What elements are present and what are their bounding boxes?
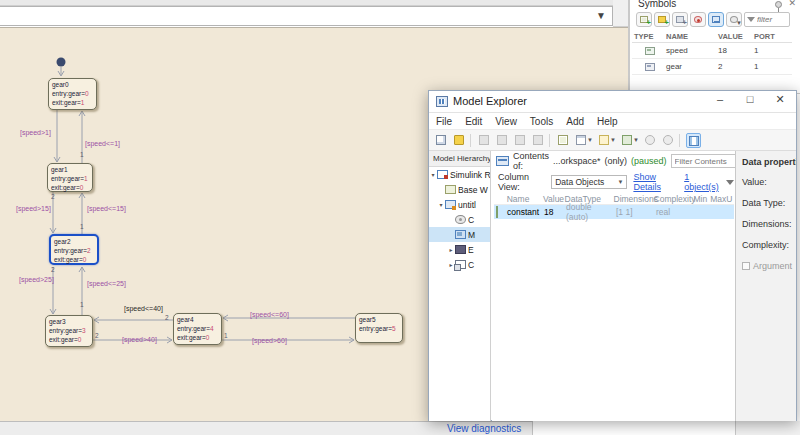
- menu-help[interactable]: Help: [597, 116, 618, 127]
- symbols-filter-box[interactable]: [744, 12, 790, 27]
- chevron-down-icon[interactable]: ▼: [596, 10, 606, 21]
- argument-checkbox[interactable]: [742, 262, 750, 270]
- object-dropdown[interactable]: ▼: [620, 133, 635, 148]
- add-data-button[interactable]: [556, 133, 571, 148]
- transition-order-number: 1: [80, 301, 84, 308]
- settings-button[interactable]: [643, 133, 658, 148]
- transition-label[interactable]: [speed>40]: [122, 336, 157, 343]
- tree-item-base-workspace[interactable]: Base W: [429, 182, 490, 197]
- state-gear2-selected[interactable]: gear2 entry:gear=2 exit:gear=0: [49, 234, 99, 265]
- state-gear3[interactable]: gear3 entry:gear=3 exit:gear=0: [45, 315, 93, 347]
- paste-button[interactable]: [513, 133, 528, 148]
- tree-item-untitled-model[interactable]: ▾untitl: [429, 197, 490, 212]
- new-model-button[interactable]: [434, 133, 449, 148]
- transition-label[interactable]: [speed>15]: [16, 205, 51, 212]
- transition-order-number: 2: [165, 314, 169, 321]
- data-object-icon: [496, 206, 498, 218]
- datatype-label: Data Type:: [742, 198, 796, 208]
- menu-file[interactable]: File: [436, 116, 452, 127]
- filter-funnel-icon: [747, 17, 755, 22]
- menu-edit[interactable]: Edit: [465, 116, 482, 127]
- menu-tools[interactable]: Tools: [530, 116, 553, 127]
- open-button[interactable]: [452, 133, 467, 148]
- simulink-root-icon: [437, 170, 448, 179]
- state-gear5[interactable]: gear5 entry:gear=5: [355, 313, 403, 343]
- state-gear0[interactable]: gear0 entry:gear=0 exit:gear=1: [48, 78, 97, 110]
- minimize-button[interactable]: –: [706, 93, 734, 111]
- chevron-down-icon: ▼: [587, 137, 593, 143]
- view-diagnostics-link[interactable]: View diagnostics: [447, 423, 521, 434]
- column-view-select[interactable]: Data Objects▼: [551, 175, 627, 189]
- model-explorer-titlebar[interactable]: Model Explorer – □ ✕: [429, 91, 796, 113]
- state-gear1[interactable]: gear1 entry:gear=1 exit:gear=0: [47, 163, 93, 192]
- menu-view[interactable]: View: [495, 116, 517, 127]
- menu-add[interactable]: Add: [566, 116, 584, 127]
- screen: ▼ gear0 entry:gear=0 exit:gear=1 gear1 e…: [0, 0, 800, 435]
- object-count-link[interactable]: 1 object(s): [684, 172, 720, 192]
- workspace-icon: [496, 156, 509, 166]
- dimensions-label: Dimensions:: [742, 219, 796, 229]
- contents-pane: Contents of: ...orkspace* (only) (paused…: [492, 151, 736, 421]
- chevron-expanded-icon[interactable]: ▾: [437, 201, 445, 208]
- column-view-button[interactable]: [686, 133, 701, 148]
- data-properties-title: Data properti: [742, 157, 796, 167]
- value-label: Value:: [742, 177, 796, 187]
- add-input-button[interactable]: [654, 12, 670, 27]
- transition-label[interactable]: [speed<=60]: [250, 311, 289, 318]
- delete-button[interactable]: [531, 133, 546, 148]
- transition-label[interactable]: [speed>25]: [19, 276, 54, 283]
- pin-icon[interactable]: [775, 1, 782, 8]
- symbol-row-gear[interactable]: gear 2 1: [632, 59, 792, 75]
- tree-item-collapsed-1[interactable]: ▸E: [429, 242, 490, 257]
- tree-item-simulink-root[interactable]: ▾Simulink R: [429, 167, 490, 182]
- target-button[interactable]: [661, 133, 676, 148]
- code-icon: [455, 245, 466, 254]
- symbols-panel: Symbols ✕ ▼ TYPE NAME VALUE PORT: [630, 0, 800, 94]
- transition-order-number: 2: [95, 332, 99, 339]
- resolve-symbols-button[interactable]: [690, 12, 706, 27]
- target-icon: [663, 135, 673, 145]
- resolve-symbols-icon: [694, 16, 702, 23]
- state-gear4[interactable]: gear4 entry:gear=4 exit:gear=0: [173, 313, 222, 345]
- new-model-icon: [436, 135, 446, 145]
- model-explorer-toolbar: ▼ ▼ ▼: [429, 130, 796, 151]
- transition-label[interactable]: [speed>1]: [20, 129, 51, 136]
- list-view-dropdown[interactable]: ▼: [574, 133, 589, 148]
- show-details-link[interactable]: Show Details: [633, 172, 678, 192]
- tree-item-configuration[interactable]: C: [429, 212, 490, 227]
- transition-label[interactable]: [speed<=40]: [124, 305, 163, 312]
- close-icon[interactable]: ✕: [788, 0, 796, 8]
- hierarchy-view-icon: [712, 16, 720, 23]
- transition-label[interactable]: [speed<=1]: [85, 140, 120, 147]
- add-data-button[interactable]: [636, 12, 652, 27]
- transition-label[interactable]: [speed<=25]: [87, 280, 126, 287]
- bottom-pane-strip: [533, 421, 800, 435]
- cut-button[interactable]: [477, 133, 492, 148]
- table-row-constant-selected[interactable]: constant 18 double (auto) [1 1] real: [494, 205, 734, 219]
- hierarchy-view-button[interactable]: [708, 12, 724, 27]
- add-output-button[interactable]: [672, 12, 688, 27]
- chevron-expanded-icon[interactable]: ▾: [429, 171, 437, 178]
- tree-item-model-workspace-selected[interactable]: M: [429, 227, 490, 242]
- gear-icon: [645, 135, 655, 145]
- filter-funnel-icon[interactable]: [726, 180, 734, 185]
- symbols-settings-button[interactable]: ▼: [726, 12, 742, 27]
- contents-of-label: Contents of:: [513, 151, 549, 171]
- tree-item-collapsed-2[interactable]: ▸C: [429, 257, 490, 272]
- transition-label[interactable]: [speed<=15]: [87, 205, 126, 212]
- editor-address-bar[interactable]: ▼: [0, 6, 613, 26]
- symbol-row-speed[interactable]: speed 18 1: [632, 43, 792, 59]
- maximize-button[interactable]: □: [736, 93, 764, 111]
- symbols-panel-title: Symbols: [638, 0, 676, 9]
- copy-button[interactable]: [495, 133, 510, 148]
- transition-label[interactable]: [speed>60]: [252, 337, 287, 344]
- symbols-filter-input[interactable]: [757, 15, 787, 24]
- chart-dropdown[interactable]: ▼: [597, 133, 612, 148]
- close-button[interactable]: ✕: [766, 93, 794, 111]
- transition-order-number: 1: [80, 151, 84, 158]
- editor-top-corner: [613, 0, 628, 27]
- chart-icon: [599, 135, 609, 145]
- chevron-down-icon: ▼: [610, 137, 616, 143]
- model-icon: [445, 200, 456, 209]
- chevron-collapsed-icon[interactable]: ▸: [447, 246, 455, 253]
